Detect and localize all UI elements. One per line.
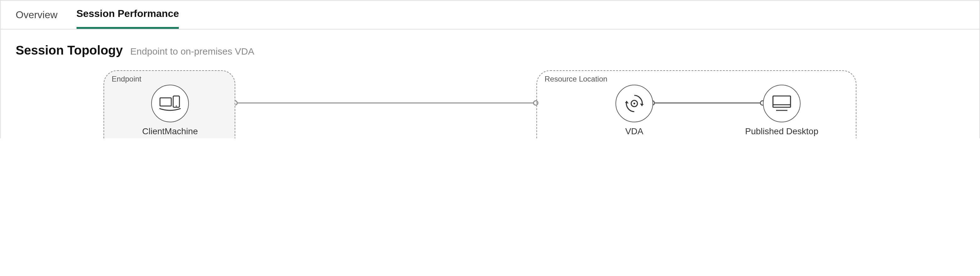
resource-box-label: Resource Location	[544, 75, 848, 83]
published-desktop-subnode: Published Desktop Cloud Work Desktop	[725, 85, 838, 138]
tabs-bar: Overview Session Performance	[1, 1, 979, 30]
resource-location-node: Resource Location VDA	[536, 70, 856, 138]
section-subtitle: Endpoint to on-premises VDA	[130, 46, 254, 56]
svg-marker-16	[625, 101, 628, 103]
endpoint-subnode: ClientMachine IP: Platform: Windows CWA …	[110, 85, 230, 138]
published-desktop-title: Published Desktop	[725, 126, 838, 136]
tab-session-performance[interactable]: Session Performance	[76, 1, 179, 29]
topology-diagram: Endpoint ClientMachine IP:	[16, 70, 964, 138]
monitor-icon	[763, 85, 800, 122]
content-area: Session Topology Endpoint to on-premises…	[1, 30, 979, 138]
devices-icon	[151, 85, 189, 122]
svg-point-12	[176, 105, 177, 106]
svg-rect-17	[773, 96, 791, 107]
endpoint-ip-label: IP:	[119, 138, 129, 138]
section-title: Session Topology	[16, 43, 123, 58]
endpoint-title: ClientMachine	[110, 126, 230, 136]
vda-icon	[616, 85, 653, 122]
endpoint-ip-row: IP:	[119, 137, 230, 138]
tab-overview[interactable]: Overview	[16, 2, 57, 28]
vda-subnode: VDA RDXTEST\MASTERVDA IP:	[578, 85, 691, 138]
svg-rect-10	[160, 98, 171, 106]
svg-marker-15	[640, 103, 644, 106]
endpoint-box-label: Endpoint	[112, 75, 227, 83]
published-desktop-name: Cloud Work Desktop	[725, 137, 838, 138]
vda-machine: RDXTEST\MASTERVDA	[578, 137, 691, 138]
svg-point-14	[633, 103, 635, 105]
vda-title: VDA	[578, 126, 691, 136]
endpoint-node: Endpoint ClientMachine IP:	[103, 70, 235, 138]
